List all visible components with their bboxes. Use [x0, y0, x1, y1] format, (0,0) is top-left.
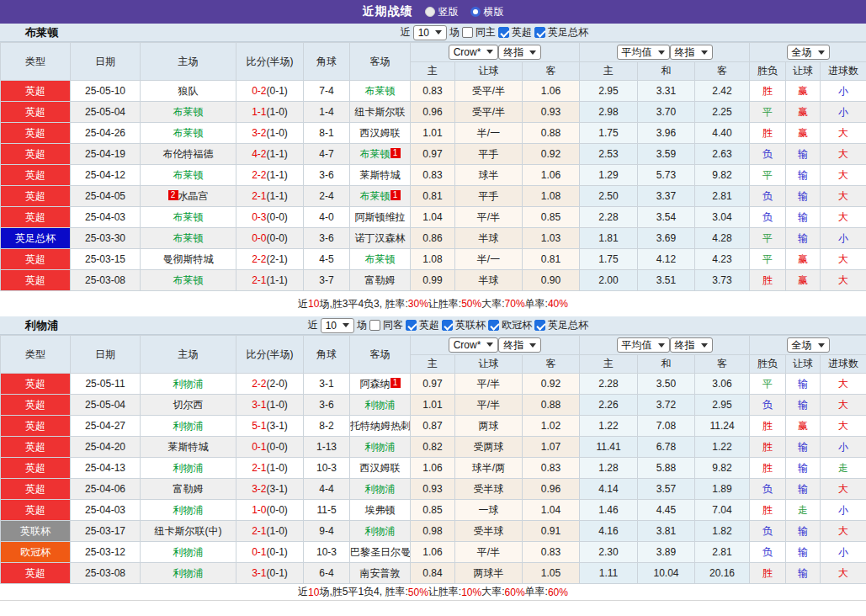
odds-stage-select[interactable]: 终指 [498, 337, 541, 353]
radio-label-vertical: 竖版 [438, 5, 459, 19]
result-text: 输 [798, 169, 808, 181]
page-header: 近期战绩 竖版 横版 [0, 0, 866, 24]
home-team: 富勒姆 [141, 479, 236, 500]
team-text: 巴黎圣日尔曼 [350, 546, 411, 558]
odds-away: 0.83 [523, 458, 580, 479]
result-text: 输 [798, 399, 808, 411]
home-team: 布莱顿 [141, 165, 236, 186]
handicap-result-cell: 输 [786, 144, 821, 165]
odds-company-select[interactable]: Crow* [449, 45, 499, 60]
result-text: 胜 [762, 441, 773, 453]
same-venue-checkbox[interactable] [462, 27, 473, 38]
goals-result-cell: 小 [821, 228, 866, 249]
odds-handicap: 球半/两 [455, 458, 523, 479]
league-filter-checkbox[interactable] [534, 320, 545, 331]
goals-result-cell: 大 [821, 207, 866, 228]
match-filters: 近10场同客英超英联杯欧冠杯英足总杯 [308, 318, 588, 333]
match-date: 25-05-04 [71, 395, 141, 416]
same-venue-label: 同客 [383, 318, 403, 332]
result-text: 胜 [762, 567, 773, 579]
chevron-down-icon [818, 50, 825, 55]
odds-home: 0.99 [411, 270, 455, 291]
home-team: 切尔西 [141, 395, 236, 416]
result-cell: 胜 [750, 416, 786, 437]
team-text: 莱斯特城 [360, 169, 401, 181]
league-filter-checkbox[interactable] [406, 320, 417, 331]
away-team: 布莱顿 [350, 249, 411, 270]
avg-home: 2.00 [580, 270, 638, 291]
avg-home: 2.28 [580, 207, 638, 228]
full-time-score: 5-1 [252, 420, 266, 432]
goals-result-cell: 大 [821, 144, 866, 165]
avg-home: 1.75 [580, 123, 638, 144]
full-time-score: 0-0 [252, 232, 266, 244]
away-team: 利物浦 [350, 521, 411, 542]
odds-company-select[interactable]: Crow* [449, 337, 499, 353]
odds-handicap: 两球半 [455, 563, 523, 584]
away-team: 阿森纳1 [350, 374, 411, 395]
avg-away: 4.23 [695, 249, 750, 270]
league-filter-checkbox[interactable] [534, 27, 545, 38]
team-text: 布莱顿 [173, 211, 204, 223]
away-team: 布莱顿 [350, 81, 411, 102]
match-score: 2-2(1-1) [236, 165, 304, 186]
odds-stage-select[interactable]: 终指 [498, 45, 541, 60]
team-text: 狼队 [178, 85, 199, 97]
full-time-score: 2-1 [252, 190, 266, 202]
avg-away: 2.25 [695, 102, 750, 123]
goals-result-cell: 走 [821, 458, 866, 479]
chevron-down-icon [343, 323, 349, 327]
odds-handicap: 平手 [455, 144, 523, 165]
column-header: 胜负 [750, 355, 786, 374]
average-stage-select[interactable]: 终指 [670, 337, 713, 353]
half-time-score: (2-1) [267, 253, 288, 265]
handicap-result-cell: 输 [786, 228, 821, 249]
column-header: 主场 [141, 43, 236, 81]
goals-result-cell: 小 [821, 500, 866, 521]
radio-unselected-icon [470, 7, 481, 17]
corner-score: 3-7 [304, 270, 350, 291]
result-text: 大 [838, 148, 848, 160]
league-filter-checkbox[interactable] [498, 27, 509, 38]
column-header: 日期 [71, 43, 141, 81]
team-text: 利物浦 [173, 378, 204, 390]
avg-home: 2.95 [580, 81, 638, 102]
header-select-group: Crow*终指 [411, 336, 580, 355]
result-text: 负 [762, 148, 773, 160]
average-source-select[interactable]: 平均值 [617, 45, 670, 60]
avg-away: 20.16 [695, 563, 750, 584]
league-filter-checkbox[interactable] [488, 320, 499, 331]
result-text: 平 [762, 169, 773, 181]
handicap-result-cell: 赢 [786, 123, 821, 144]
league-badge: 英超 [1, 102, 71, 123]
odds-handicap: 受平/半 [455, 81, 523, 102]
scope-select[interactable]: 全场 [787, 45, 830, 60]
avg-draw: 3.89 [638, 542, 695, 563]
summary-part: 50% [461, 298, 481, 310]
rank-badge: 1 [390, 148, 401, 158]
rank-badge: 2 [168, 190, 178, 200]
column-header: 和 [638, 355, 695, 374]
goals-result-cell: 大 [821, 395, 866, 416]
recent-count-select[interactable]: 10 [413, 25, 447, 40]
match-date: 25-03-30 [71, 228, 141, 249]
result-cell: 胜 [750, 563, 786, 584]
avg-home: 1.75 [580, 249, 638, 270]
average-source-select[interactable]: 平均值 [617, 337, 670, 353]
league-filter-label: 欧冠杯 [502, 318, 532, 332]
average-stage-select[interactable]: 终指 [670, 45, 713, 60]
avg-draw: 3.31 [638, 81, 695, 102]
layout-radio-vertical[interactable]: 竖版 [425, 5, 459, 19]
same-venue-checkbox[interactable] [369, 320, 380, 331]
scope-select[interactable]: 全场 [787, 337, 830, 353]
league-filter-checkbox[interactable] [442, 320, 453, 331]
corner-score: 4-4 [304, 479, 350, 500]
full-time-score: 1-0 [252, 504, 266, 516]
recent-count-select[interactable]: 10 [321, 318, 354, 333]
corner-score: 7-4 [304, 81, 350, 102]
result-text: 赢 [798, 127, 808, 139]
home-team: 狼队 [141, 81, 236, 102]
away-team: 诺丁汉森林 [350, 228, 411, 249]
odds-away: 0.83 [523, 542, 580, 563]
layout-radio-horizontal[interactable]: 横版 [470, 5, 504, 19]
